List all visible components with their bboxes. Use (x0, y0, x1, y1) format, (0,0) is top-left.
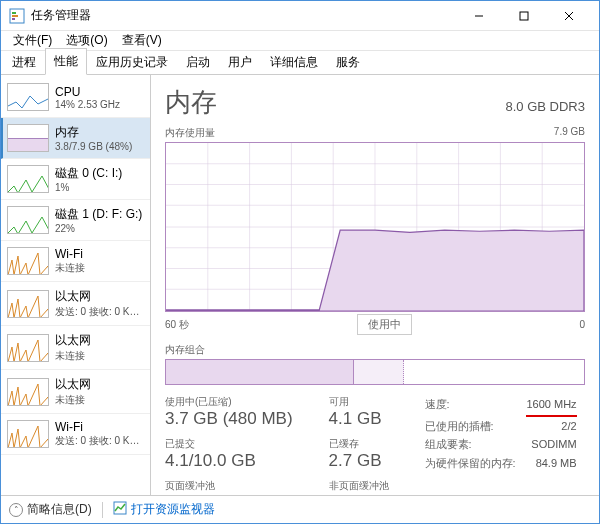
tab-users[interactable]: 用户 (219, 49, 261, 75)
close-button[interactable] (546, 1, 591, 30)
sidebar-item-label: 以太网 (55, 288, 144, 305)
detail-row: 已使用的插槽:2/2 (425, 417, 577, 436)
footer: ˄ 简略信息(D) 打开资源监视器 (1, 495, 599, 523)
minimize-button[interactable] (456, 1, 501, 30)
sidebar-item[interactable]: CPU14% 2.53 GHz (1, 77, 150, 118)
stat-block: 使用中(已压缩)3.7 GB (480 MB) (165, 395, 293, 429)
sidebar-item-label: 以太网 (55, 332, 91, 349)
svg-rect-1 (12, 12, 16, 14)
stat-block: 已缓存2.7 GB (329, 437, 389, 471)
titlebar: 任务管理器 (1, 1, 599, 31)
chart-title: 内存使用量 (165, 126, 215, 140)
stat-block: 可用4.1 GB (329, 395, 389, 429)
sidebar-sparkline (7, 378, 49, 406)
window-title: 任务管理器 (31, 7, 456, 24)
memory-details: 速度:1600 MHz已使用的插槽:2/2组成要素:SODIMM为硬件保留的内存… (425, 395, 577, 495)
tab-services[interactable]: 服务 (327, 49, 369, 75)
sidebar-sparkline (7, 334, 49, 362)
stat-value: 4.1 GB (329, 409, 389, 429)
stat-value: 3.7 GB (480 MB) (165, 409, 293, 429)
sidebar-sparkline (7, 124, 49, 152)
sidebar-sparkline (7, 290, 49, 318)
sidebar-item[interactable]: 以太网未连接 (1, 370, 150, 414)
composition-label: 内存组合 (165, 343, 585, 357)
stat-value: 4.1/10.0 GB (165, 451, 293, 471)
detail-row: 组成要素:SODIMM (425, 435, 577, 454)
chart-ymax: 7.9 GB (554, 126, 585, 140)
sidebar-sparkline (7, 420, 49, 448)
memory-composition-bar (165, 359, 585, 385)
stat-value: 216 MB (329, 493, 389, 495)
stat-label: 已缓存 (329, 437, 389, 451)
sidebar-item-sub: 未连接 (55, 393, 91, 407)
chevron-up-icon: ˄ (9, 503, 23, 517)
window-controls (456, 1, 591, 30)
sidebar-item[interactable]: 磁盘 1 (D: F: G:)22% (1, 200, 150, 241)
content: CPU14% 2.53 GHz内存3.8/7.9 GB (48%)磁盘 0 (C… (1, 75, 599, 495)
sidebar-item-sub: 发送: 0 接收: 0 Kbps (55, 305, 144, 319)
main-panel: 内存 8.0 GB DDR3 内存使用量 7.9 GB 60 秒 使用中 0 内… (151, 75, 599, 495)
sidebar-item[interactable]: Wi-Fi发送: 0 接收: 0 Kbps (1, 414, 150, 455)
stat-value: 2.7 GB (329, 451, 389, 471)
sidebar-item-label: Wi-Fi (55, 247, 85, 261)
sidebar-item[interactable]: 以太网未连接 (1, 326, 150, 370)
svg-rect-3 (12, 18, 15, 20)
sidebar: CPU14% 2.53 GHz内存3.8/7.9 GB (48%)磁盘 0 (C… (1, 75, 151, 495)
stat-block: 非页面缓冲池216 MB (329, 479, 389, 495)
sidebar-item[interactable]: 内存3.8/7.9 GB (48%) (1, 118, 150, 159)
menubar: 文件(F) 选项(O) 查看(V) (1, 31, 599, 51)
sidebar-item-sub: 22% (55, 223, 142, 234)
sidebar-item-sub: 未连接 (55, 349, 91, 363)
tab-performance[interactable]: 性能 (45, 48, 87, 75)
stat-label: 非页面缓冲池 (329, 479, 389, 493)
memory-usage-chart (165, 142, 585, 312)
chart-xright: 0 (579, 319, 585, 330)
sidebar-item[interactable]: 磁盘 0 (C: I:)1% (1, 159, 150, 200)
stat-label: 页面缓冲池 (165, 479, 293, 493)
sidebar-sparkline (7, 83, 49, 111)
sidebar-item[interactable]: Wi-Fi未连接 (1, 241, 150, 282)
sidebar-item-sub: 未连接 (55, 261, 85, 275)
chart-xleft: 60 秒 (165, 318, 189, 332)
sidebar-item-label: Wi-Fi (55, 420, 144, 434)
sidebar-item-label: 磁盘 0 (C: I:) (55, 165, 122, 182)
sidebar-item[interactable]: 以太网发送: 0 接收: 0 Kbps (1, 282, 150, 326)
sidebar-item-sub: 3.8/7.9 GB (48%) (55, 141, 132, 152)
app-icon (9, 8, 25, 24)
sidebar-item-label: CPU (55, 85, 120, 99)
tab-details[interactable]: 详细信息 (261, 49, 327, 75)
resmon-icon (113, 501, 127, 518)
sidebar-sparkline (7, 165, 49, 193)
svg-rect-8 (8, 139, 49, 152)
memory-spec: 8.0 GB DDR3 (506, 99, 585, 114)
stat-block: 已提交4.1/10.0 GB (165, 437, 293, 471)
sidebar-sparkline (7, 206, 49, 234)
sidebar-item-label: 以太网 (55, 376, 91, 393)
tab-app-history[interactable]: 应用历史记录 (87, 49, 177, 75)
comp-free (404, 360, 584, 384)
stats-area: 使用中(已压缩)3.7 GB (480 MB)已提交4.1/10.0 GB页面缓… (165, 395, 585, 495)
tab-processes[interactable]: 进程 (3, 49, 45, 75)
stat-label: 使用中(已压缩) (165, 395, 293, 409)
svg-rect-5 (520, 12, 528, 20)
svg-rect-2 (12, 15, 18, 17)
sidebar-item-sub: 1% (55, 182, 122, 193)
comp-used (166, 360, 354, 384)
open-resource-monitor-link[interactable]: 打开资源监视器 (113, 501, 215, 518)
menu-view[interactable]: 查看(V) (116, 30, 168, 51)
chart-legend-used: 使用中 (357, 314, 412, 335)
sidebar-sparkline (7, 247, 49, 275)
stat-label: 已提交 (165, 437, 293, 451)
detail-row: 为硬件保留的内存:84.9 MB (425, 454, 577, 473)
maximize-button[interactable] (501, 1, 546, 30)
sidebar-item-label: 内存 (55, 124, 132, 141)
sidebar-item-sub: 发送: 0 接收: 0 Kbps (55, 434, 144, 448)
stat-label: 可用 (329, 395, 389, 409)
sidebar-item-label: 磁盘 1 (D: F: G:) (55, 206, 142, 223)
tab-startup[interactable]: 启动 (177, 49, 219, 75)
comp-cached (354, 360, 404, 384)
stat-value: 376 MB (165, 493, 293, 495)
tabbar: 进程 性能 应用历史记录 启动 用户 详细信息 服务 (1, 51, 599, 75)
fewer-details-button[interactable]: ˄ 简略信息(D) (9, 501, 92, 518)
sidebar-item-sub: 14% 2.53 GHz (55, 99, 120, 110)
